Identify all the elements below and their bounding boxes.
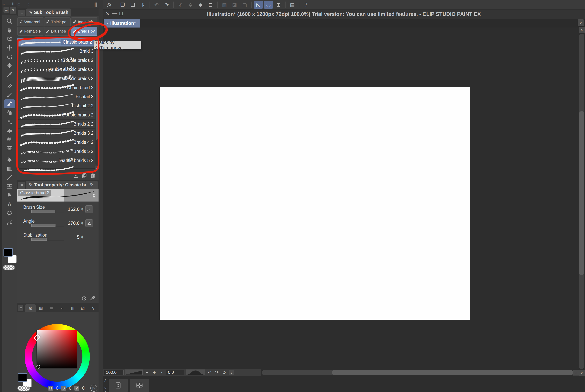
saturation-value-square[interactable] [37,330,77,368]
tool-property-tab[interactable]: ✎ Tool property: Classic brai [26,181,86,189]
subtool-tab-watercol[interactable]: Watercol [18,18,44,26]
collapse-bar-chevron-icon[interactable]: ‹ [229,370,234,375]
list-item[interactable]: Double classic braids 2 [17,65,99,74]
brush-tool-icon[interactable] [4,100,15,108]
list-item[interactable]: Classic braid 2 [17,38,99,47]
vertical-scrollbar-thumb[interactable] [579,111,584,275]
brush-list-scrollbar[interactable] [95,38,98,165]
operation-tool-icon[interactable] [4,34,15,44]
tab-overflow-chevron-icon[interactable]: ∨ [578,20,584,26]
zoom-out-button[interactable]: − [144,370,150,375]
list-item[interactable]: Double braids 2 [17,56,99,65]
clear-icon[interactable]: ✳ [176,1,185,9]
brush-size-slider[interactable] [32,210,64,213]
document-tab[interactable]: ● Illustration* [104,19,140,28]
redo-icon[interactable]: ↷ [162,1,171,9]
list-item[interactable]: Braid 3 [17,47,99,56]
stabilization-value[interactable]: 5 [62,234,80,240]
collapse-small-icon[interactable]: ‹ [28,2,29,7]
stabilization-slider[interactable] [32,238,64,241]
frame-border-tool-icon[interactable] [4,182,15,191]
pen-tool-icon[interactable] [4,82,15,90]
subtool-tab-female-f[interactable]: Female F [18,27,44,36]
save-file-icon[interactable]: ↧ [138,1,147,9]
duplicate-subtool-icon[interactable] [82,173,87,178]
decoration-tool-icon[interactable] [4,117,15,126]
scale-transform-icon[interactable]: ⊡ [206,1,215,9]
material-panel-icon[interactable]: ▤ [288,1,297,9]
angle-value[interactable]: 270.0 [62,220,80,226]
list-item[interactable]: Braids 4 2 [17,138,99,147]
undo-icon[interactable]: ↶ [152,1,161,9]
drawing-canvas[interactable] [160,87,470,320]
subtool-tab-braids-by[interactable]: Braids by [71,27,97,36]
delete-subtool-icon[interactable] [90,173,96,178]
selection-border-icon[interactable]: ▢ [240,1,249,9]
collapse-panel-2-icon[interactable]: « [18,2,20,7]
rotate-right-button[interactable]: ↷ [214,370,220,375]
open-file-icon[interactable]: ❏ [128,1,137,9]
subtool-tab-brushes[interactable]: Brushes [44,27,71,36]
hand-tool-icon[interactable] [4,26,15,34]
list-item[interactable]: Fishtail 2 2 [17,101,99,110]
brush-size-stepper[interactable]: ∧∨ [81,207,83,211]
transparent-color-swatch-2[interactable] [18,386,30,391]
timeline-button[interactable] [109,379,128,392]
rotate-left-button[interactable]: ↶ [207,370,212,375]
eyedropper-tool-icon[interactable] [4,70,15,79]
angle-stepper[interactable]: ∧∨ [81,221,83,225]
subtool-tab-india-ink[interactable]: India ink [71,18,97,26]
gradient-tool-icon[interactable] [4,164,15,173]
snap-to-special-ruler-icon[interactable]: ◡ [264,1,273,9]
zoom-slider[interactable] [125,370,143,375]
subview-button[interactable] [130,379,149,392]
brush-list-scroll-down-icon[interactable]: ∨ [95,166,98,170]
balloon-tool-icon[interactable] [4,209,15,218]
correct-line-tool-icon[interactable] [4,218,15,227]
snap-to-grid-icon[interactable]: ⊞ [274,1,283,9]
clip-studio-logo[interactable]: ◎ [104,1,113,9]
list-item[interactable] [17,165,99,168]
transparent-color-swatch[interactable] [3,265,15,270]
fill-tool-icon[interactable] [4,156,15,164]
color-wheel-tab[interactable]: ◉ [25,304,36,312]
clear-outside-selection-icon[interactable]: ✲ [186,1,195,9]
ruler-tool-icon[interactable] [4,191,15,200]
list-item[interactable]: x4 Classic braids 2 [17,74,99,83]
brush-size-value[interactable]: 162.0 [62,206,80,212]
scroll-up-chevron-icon[interactable]: ∧ [579,27,584,33]
register-size-button[interactable] [85,206,93,213]
reset-rotation-button[interactable]: ↺ [221,370,227,375]
tool-menu-icon[interactable]: ≡ [4,7,9,13]
eraser-tool-icon[interactable] [4,126,15,135]
expand-up-chevron-icon[interactable]: ∧ [104,378,107,382]
text-tool-icon[interactable] [4,200,15,209]
subtool-tab-thick-pa[interactable]: Thick pa [44,18,71,26]
list-item[interactable]: Chain braid 2 [17,83,99,92]
help-icon[interactable]: ? [302,1,311,9]
figure-tool-icon[interactable] [4,173,15,182]
liquify-tool-icon[interactable] [4,144,15,153]
color-panel-menu-icon[interactable]: ≡ [18,305,23,312]
list-item[interactable]: Double braids 5 2 [17,156,99,165]
gradient-tab[interactable]: ▧ [78,304,88,312]
show-all-settings-wrench-icon[interactable] [90,295,96,301]
rotate-slider[interactable] [186,370,205,375]
brush-list-scrollbar-thumb[interactable] [96,39,98,140]
subtool-panel-tab[interactable]: ✎ Sub Tool: Brush [26,8,71,16]
list-item[interactable]: Fishtail 3 [17,92,99,101]
color-slider-tab[interactable]: ≡ [46,304,57,312]
tool-tab-pen-icon[interactable]: ✎ [10,6,16,14]
brush-detail-tab[interactable]: ✎ [86,181,98,189]
move-layer-tool-icon[interactable] [4,44,15,52]
new-canvas-icon[interactable]: ❐ [118,1,127,9]
airbrush-tool-icon[interactable] [4,108,15,117]
drag-handle-2[interactable]: ||| [94,2,97,7]
subtool-menu-icon[interactable]: ≡ [18,10,25,16]
deselect-icon[interactable]: ▨ [220,1,229,9]
horizontal-scrollbar[interactable] [262,370,573,375]
scroll-down-chevron-icon[interactable]: ∨ [579,370,584,376]
unlock-icon[interactable] [91,194,96,198]
rotate-value-field[interactable]: 0.0 [166,370,184,375]
list-item[interactable]: Double braids 2 [17,110,99,120]
